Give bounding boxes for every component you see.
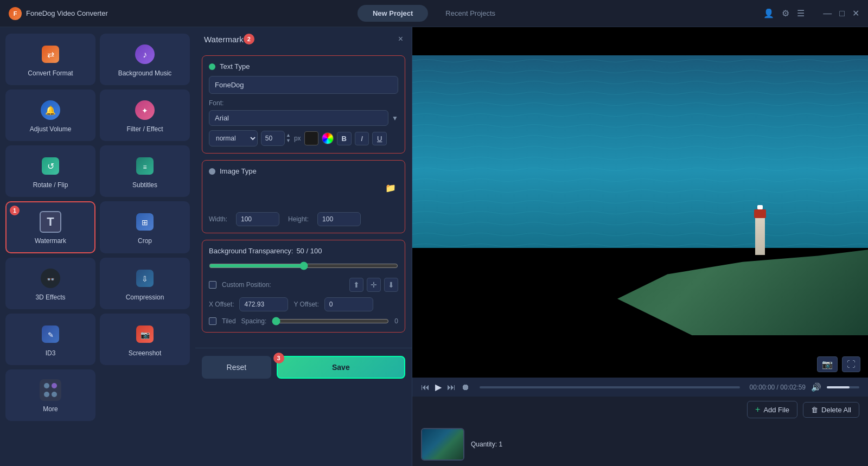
tiled-label: Tiled xyxy=(222,317,236,325)
expand-button[interactable]: ⛶ xyxy=(842,356,860,372)
bg-trans-label: Background Transparency: xyxy=(209,247,293,255)
tab-new-project[interactable]: New Project xyxy=(358,5,428,22)
font-size-input[interactable] xyxy=(261,131,285,146)
user-icon[interactable]: 👤 xyxy=(763,8,774,18)
maximize-button[interactable]: □ xyxy=(839,9,845,18)
panel-title: Watermark xyxy=(204,35,244,44)
volume-icon[interactable]: 🔊 xyxy=(811,382,821,392)
font-style-row: normal bold italic ▲ ▼ px B I U xyxy=(209,130,398,146)
sidebar-item-compression[interactable]: ⇩ Compression xyxy=(100,258,190,309)
align-center[interactable]: ✛ xyxy=(367,278,381,292)
image-type-header: Image Type xyxy=(209,167,398,175)
skip-forward-button[interactable]: ⏭ xyxy=(447,382,456,392)
dimensions-row: Width: Height: xyxy=(209,212,398,226)
thumbnails-area: Quantity: 1 xyxy=(412,423,868,466)
text-type-section: Text Type Font: Arial Times New Roman Ve… xyxy=(202,55,405,154)
add-file-plus-icon: + xyxy=(755,405,760,414)
spacing-slider[interactable] xyxy=(272,317,389,325)
sidebar-item-background-music[interactable]: ♪ Background Music xyxy=(100,34,190,85)
quantity-label: Quantity: 1 xyxy=(471,441,502,448)
save-button[interactable]: 3 Save xyxy=(277,356,405,379)
camera-snapshot-button[interactable]: 📷 xyxy=(817,356,838,372)
x-offset-input[interactable] xyxy=(239,297,288,311)
sidebar-item-adjust-volume[interactable]: 🔔 Adjust Volume xyxy=(5,90,95,141)
folder-icon[interactable]: 📁 xyxy=(385,183,396,193)
svg-text:↺: ↺ xyxy=(47,162,54,171)
panel-close-button[interactable]: × xyxy=(398,34,403,44)
sidebar-item-convert-format[interactable]: ⇄ Convert Format xyxy=(5,34,95,85)
sidebar-label-adjust-volume: Adjust Volume xyxy=(30,125,72,133)
thumbnail-item[interactable] xyxy=(421,428,464,461)
text-type-header: Text Type xyxy=(209,62,398,71)
progress-bar[interactable] xyxy=(480,386,740,388)
id3-icon: ✎ xyxy=(39,322,62,346)
bold-button[interactable]: B xyxy=(337,132,352,145)
sidebar-item-watermark[interactable]: 1 T Watermark xyxy=(5,201,95,253)
y-offset-input[interactable] xyxy=(324,297,373,311)
text-type-dot xyxy=(209,63,215,70)
sidebar: ⇄ Convert Format ♪ Background Music 🔔 Ad… xyxy=(0,27,195,466)
quantity-info: Quantity: 1 xyxy=(471,441,502,448)
video-black-bottom xyxy=(412,335,868,378)
reset-button[interactable]: Reset xyxy=(202,356,271,379)
video-black-top xyxy=(412,27,868,55)
font-color-circle[interactable] xyxy=(322,132,334,144)
volume-bar[interactable] xyxy=(827,386,859,388)
watermark-badge: 1 xyxy=(10,206,20,215)
tab-recent-projects[interactable]: Recent Projects xyxy=(430,5,510,22)
transparency-slider[interactable] xyxy=(209,261,398,270)
nav-tabs: New Project Recent Projects xyxy=(358,5,510,22)
italic-button[interactable]: I xyxy=(355,132,369,145)
watermark-icon: T xyxy=(39,210,62,234)
font-style-select[interactable]: normal bold italic xyxy=(209,130,258,146)
more-icon xyxy=(39,378,62,402)
font-color-picker[interactable] xyxy=(304,131,318,145)
title-bar: F FoneDog Video Converter New Project Re… xyxy=(0,0,868,27)
sidebar-label-rotate-flip: Rotate / Flip xyxy=(33,181,68,189)
sidebar-item-more[interactable]: More xyxy=(5,369,95,421)
sidebar-label-watermark: Watermark xyxy=(35,237,66,245)
settings-icon[interactable]: ⚙ xyxy=(782,8,789,18)
image-type-section: Image Type 📁 Width: Height: xyxy=(202,160,405,233)
panel-body: Text Type Font: Arial Times New Roman Ve… xyxy=(195,51,412,343)
sidebar-item-subtitles[interactable]: ≡ Subtitles xyxy=(100,145,190,197)
loop-button[interactable]: ⏺ xyxy=(461,382,470,392)
sidebar-item-filter-effect[interactable]: ✦ Filter / Effect xyxy=(100,90,190,141)
watermark-text-input[interactable] xyxy=(209,76,398,94)
title-bar-actions: 👤 ⚙ ☰ — □ ✕ xyxy=(763,8,859,18)
convert-format-icon: ⇄ xyxy=(39,42,62,66)
underline-button[interactable]: U xyxy=(372,132,387,145)
delete-all-button[interactable]: 🗑 Delete All xyxy=(803,402,859,418)
height-input[interactable] xyxy=(317,212,361,226)
align-bottom-center[interactable]: ⬇ xyxy=(384,278,398,292)
video-scene xyxy=(412,27,868,378)
background-music-icon: ♪ xyxy=(133,42,157,66)
image-upload-area[interactable]: 📁 xyxy=(209,181,398,208)
sidebar-item-rotate-flip[interactable]: ↺ Rotate / Flip xyxy=(5,145,95,197)
close-button[interactable]: ✕ xyxy=(852,8,859,18)
sidebar-item-screenshot[interactable]: 📷 Screenshot xyxy=(100,314,190,365)
sidebar-item-3d-effects[interactable]: 👓 3D Effects xyxy=(5,258,95,309)
width-label: Width: xyxy=(209,215,227,223)
minimize-button[interactable]: — xyxy=(823,9,832,18)
sidebar-label-crop: Crop xyxy=(138,237,152,245)
tiled-checkbox[interactable] xyxy=(209,317,216,325)
font-select[interactable]: Arial Times New Roman Verdana xyxy=(209,110,388,126)
sidebar-item-crop[interactable]: ⊞ Crop xyxy=(100,201,190,253)
rotate-flip-icon: ↺ xyxy=(39,154,62,178)
font-size-down[interactable]: ▼ xyxy=(286,138,291,144)
skip-back-button[interactable]: ⏮ xyxy=(421,382,430,392)
watermark-panel: Watermark 2 × Text Type Font: Arial Time… xyxy=(195,27,412,466)
crop-icon: ⊞ xyxy=(133,210,157,234)
sidebar-item-id3[interactable]: ✎ ID3 xyxy=(5,314,95,365)
play-button[interactable]: ▶ xyxy=(435,382,442,392)
align-top-center[interactable]: ⬆ xyxy=(349,278,363,292)
right-panel: 📷 ⛶ ⏮ ▶ ⏭ ⏺ 00:00:00 / 00:02:59 🔊 + xyxy=(412,27,868,466)
menu-icon[interactable]: ☰ xyxy=(797,8,805,18)
add-file-button[interactable]: + Add File xyxy=(747,401,797,418)
svg-text:📷: 📷 xyxy=(141,330,150,340)
video-lighthouse xyxy=(752,206,768,255)
font-select-row: Arial Times New Roman Verdana ▼ xyxy=(209,110,398,126)
custom-position-checkbox[interactable] xyxy=(209,281,216,289)
width-input[interactable] xyxy=(236,212,279,226)
